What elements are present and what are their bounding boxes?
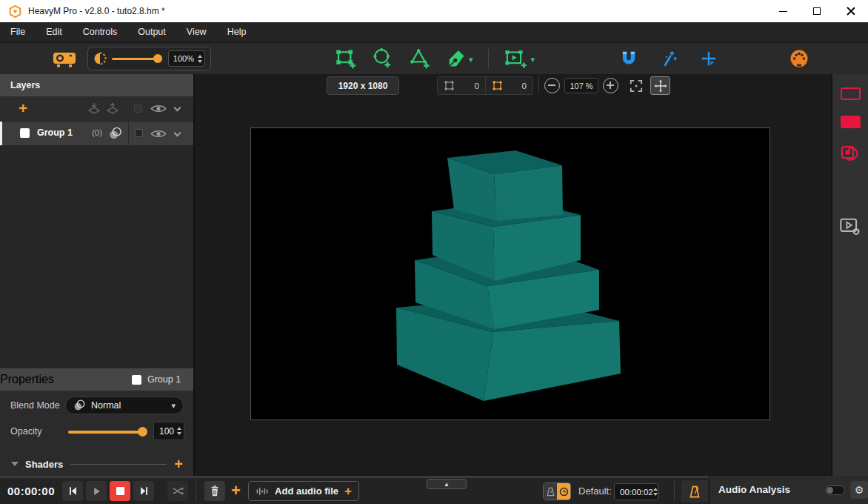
group-collapse-chevron[interactable] — [174, 130, 181, 137]
brightness-stepper[interactable] — [198, 55, 202, 63]
add-ellipse-button[interactable] — [372, 47, 394, 70]
pen-tool-caret[interactable]: ▾ — [469, 55, 473, 70]
fit-view-icon — [630, 79, 643, 93]
brightness-value: 100% — [173, 54, 194, 63]
midi-icon[interactable] — [789, 49, 809, 68]
add-quad-button[interactable] — [335, 47, 357, 70]
opacity-slider-knob[interactable] — [138, 427, 147, 437]
quad-gray-icon — [444, 80, 455, 91]
skip-end-button[interactable] — [133, 481, 154, 501]
visibility-eye-icon[interactable] — [150, 103, 167, 114]
default-duration-field[interactable]: 00:00:02 — [614, 483, 658, 500]
brightness-slider[interactable] — [112, 53, 161, 64]
layer-solo-toggle[interactable] — [134, 105, 142, 113]
projection-stage[interactable] — [250, 127, 770, 420]
close-button[interactable] — [834, 0, 868, 22]
add-sequence-button[interactable]: + — [231, 481, 241, 500]
layers-collapse-chevron[interactable] — [174, 105, 181, 112]
opacity-value-field[interactable]: 100 — [153, 422, 184, 440]
zoom-value-field[interactable]: 107 % — [564, 78, 598, 93]
menu-view[interactable]: View — [176, 22, 217, 42]
magnet-icon[interactable] — [619, 49, 638, 68]
blend-mode-icon[interactable] — [108, 127, 122, 140]
magic-wand-icon[interactable] — [659, 49, 678, 68]
fit-view-button[interactable] — [626, 76, 646, 95]
metronome-gray-icon — [547, 487, 555, 497]
shuffle-button[interactable] — [167, 481, 188, 501]
window-controls — [766, 0, 868, 22]
default-duration-value: 00:00:02 — [620, 488, 653, 497]
clock-icon — [559, 487, 569, 497]
time-mode-button[interactable] — [557, 483, 570, 500]
zoom-in-button[interactable] — [603, 78, 618, 93]
delete-sequence-button[interactable] — [204, 481, 225, 501]
blend-mode-label: Blend Mode — [10, 400, 60, 411]
layers-title: Layers — [10, 80, 40, 90]
quad-outline-mode-icon[interactable] — [841, 87, 861, 100]
default-duration-label: Default: — [578, 478, 612, 504]
menu-output[interactable]: Output — [127, 22, 176, 42]
pan-tool-button[interactable] — [650, 76, 670, 95]
add-player-caret[interactable]: ▾ — [531, 55, 535, 70]
quad-counter-selected: 0 — [485, 77, 533, 94]
metronome-tab-button[interactable] — [681, 480, 708, 503]
add-audio-file-button[interactable]: Add audio file + — [248, 481, 359, 501]
add-player-button[interactable] — [504, 47, 529, 70]
quad-count-total: 0 — [475, 82, 479, 90]
right-sidebar — [831, 74, 868, 476]
group-count: (0) — [92, 128, 102, 137]
shaders-label: Shaders — [25, 459, 63, 470]
move-layer-down-icon[interactable] — [87, 102, 101, 116]
transport-separator — [196, 481, 196, 502]
add-shader-button[interactable]: + — [174, 456, 183, 473]
menu-file[interactable]: File — [0, 22, 36, 42]
audio-analysis-settings-button[interactable]: ⚙ — [850, 481, 868, 499]
skip-start-button[interactable] — [62, 481, 83, 501]
stop-button[interactable] — [110, 481, 130, 501]
duration-stepper[interactable] — [653, 488, 658, 496]
play-button[interactable] — [86, 481, 107, 501]
move-layer-up-icon[interactable] — [105, 102, 120, 116]
brightness-slider-knob[interactable] — [153, 54, 162, 63]
scene-object-cake[interactable] — [251, 128, 771, 421]
menu-controls[interactable]: Controls — [73, 22, 128, 42]
properties-group-swatch — [132, 375, 141, 385]
add-layer-button[interactable]: + — [19, 99, 27, 117]
add-triangle-button[interactable] — [409, 47, 431, 70]
audio-analysis-toggle[interactable] — [825, 485, 845, 495]
player-settings-icon[interactable] — [839, 216, 861, 236]
blend-mode-dropdown[interactable]: Normal ▾ — [65, 397, 184, 414]
opacity-stepper[interactable] — [177, 427, 181, 435]
outline-effects-icon[interactable] — [839, 141, 861, 163]
minimize-button[interactable] — [766, 0, 800, 22]
title-bar: HeavyM Pro - v2.8.0 - tuto2.8.hm * — [0, 0, 868, 22]
properties-title: Properties — [0, 373, 54, 386]
layer-group-row[interactable]: Group 1 (0) — [0, 122, 193, 145]
blend-mode-caret: ▾ — [171, 401, 176, 411]
brightness-group: 100% — [87, 47, 211, 70]
opacity-label: Opacity — [10, 426, 41, 437]
zoom-out-button[interactable] — [544, 78, 560, 93]
properties-group-name: Group 1 — [147, 374, 181, 385]
beat-mode-button[interactable] — [544, 483, 557, 500]
add-player-group: ▾ — [504, 47, 535, 70]
pen-tool-button[interactable] — [446, 47, 467, 70]
projector-icon[interactable] — [52, 49, 77, 69]
canvas-area[interactable]: 1920 x 1080 0 0 — [196, 74, 829, 476]
group-solo-toggle[interactable] — [135, 129, 143, 137]
shaders-collapse-icon[interactable] — [11, 462, 19, 466]
opacity-slider[interactable] — [68, 427, 145, 437]
quad-counters: 0 0 — [437, 76, 533, 95]
left-panel: Layers + Group 1 (0) — [0, 74, 195, 476]
group-eye-icon[interactable] — [150, 128, 167, 139]
center-cross-icon[interactable] — [699, 49, 718, 68]
timing-separator — [674, 481, 675, 502]
expand-timeline-tab[interactable]: ▲ — [427, 479, 467, 489]
menu-edit[interactable]: Edit — [36, 22, 73, 42]
group-checkbox[interactable] — [20, 128, 30, 138]
brightness-value-field[interactable]: 100% — [168, 50, 205, 67]
maximize-button[interactable] — [800, 0, 834, 22]
menu-help[interactable]: Help — [217, 22, 257, 42]
quad-fill-mode-icon[interactable] — [841, 116, 861, 128]
layers-header: Layers — [0, 74, 193, 96]
